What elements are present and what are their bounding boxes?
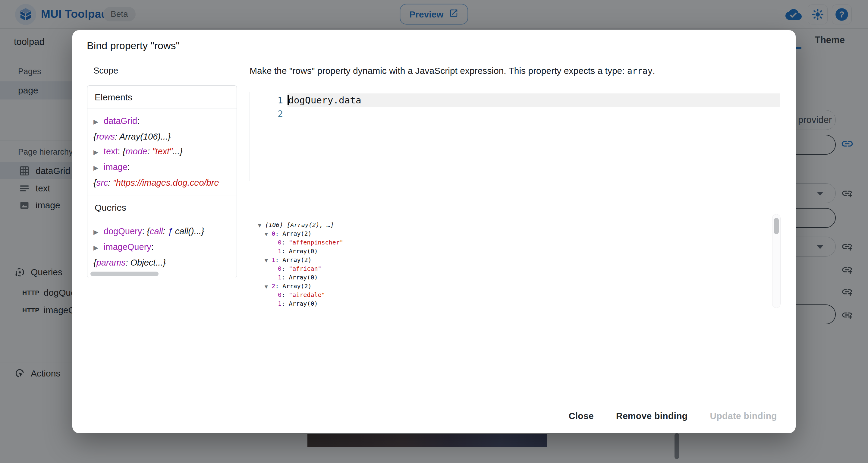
preview-row-0[interactable]: ▼ 0: Array(2): [251, 229, 781, 238]
preview-row-0-1[interactable]: 1: Array(0): [251, 247, 781, 256]
scope-item-imagequery[interactable]: ▶ imageQuery: {params: Object...}: [93, 240, 237, 270]
result-preview-tree: ▼ (106) [Array(2), …] ▼ 0: Array(2) 0: "…: [251, 214, 781, 308]
preview-row-1-1[interactable]: 1: Array(0): [251, 273, 781, 282]
scope-item-dogquery[interactable]: ▶ dogQuery: {call: ƒ call()...}: [93, 224, 237, 240]
preview-root-row[interactable]: ▼ (106) [Array(2), …]: [251, 221, 781, 229]
dialog-description: Make the "rows" property dynamic with a …: [250, 66, 786, 76]
scope-queries-header: Queries: [87, 196, 237, 219]
preview-scrollbar-thumb[interactable]: [774, 218, 779, 234]
description-text: Make the "rows" property dynamic with a …: [250, 66, 627, 76]
preview-vertical-scrollbar: [772, 214, 781, 308]
editor-line-2[interactable]: 2: [250, 107, 780, 121]
preview-row-1[interactable]: ▼ 1: Array(2): [251, 256, 781, 265]
expected-type-token: array: [627, 66, 652, 76]
remove-binding-button[interactable]: Remove binding: [610, 407, 694, 425]
preview-row-2[interactable]: ▼ 2: Array(2): [251, 282, 781, 290]
line-number-2: 2: [250, 107, 283, 121]
scope-label: Scope: [93, 66, 118, 76]
scope-item-text[interactable]: ▶ text: {mode: "text"...}: [93, 144, 237, 160]
scope-browser: Elements ▶ dataGrid: {rows: Array(106)..…: [87, 85, 237, 278]
dialog-title: Bind property "rows": [87, 40, 180, 52]
preview-row-2-0[interactable]: 0: "airedale": [251, 290, 781, 299]
preview-row-2-1[interactable]: 1: Array(0): [251, 299, 781, 308]
line-number-1: 1: [250, 93, 283, 107]
scope-queries-tree: ▶ dogQuery: {call: ƒ call()...} ▶ imageQ…: [87, 219, 237, 276]
scope-elements-header: Elements: [87, 86, 237, 109]
scope-horizontal-scrollbar: [89, 271, 236, 277]
scope-item-image[interactable]: ▶ image: {src: "https://images.dog.ceo/b…: [93, 160, 237, 190]
editor-code-line-1: dogQuery.data: [287, 93, 361, 107]
dialog-actions: Close Remove binding Update binding: [562, 407, 784, 425]
scope-scrollbar-thumb[interactable]: [90, 272, 158, 276]
bind-property-dialog: Bind property "rows" Scope Elements ▶ da…: [72, 30, 796, 433]
description-suffix: .: [652, 66, 655, 76]
preview-row-0-0[interactable]: 0: "affenpinscher": [251, 238, 781, 247]
scope-item-datagrid[interactable]: ▶ dataGrid: {rows: Array(106)...}: [93, 114, 237, 144]
active-line-highlight: [287, 93, 780, 107]
app-root: MUI Toolpad Beta Preview: [0, 0, 868, 463]
editor-line-1[interactable]: 1 dogQuery.data: [250, 93, 780, 107]
expression-editor[interactable]: 1 dogQuery.data 2: [250, 92, 780, 181]
scope-elements-tree: ▶ dataGrid: {rows: Array(106)...} ▶ text…: [87, 109, 237, 196]
close-button[interactable]: Close: [562, 407, 600, 425]
update-binding-button[interactable]: Update binding: [703, 407, 784, 425]
result-preview: ▼ (106) [Array(2), …] ▼ 0: Array(2) 0: "…: [251, 214, 781, 308]
preview-row-1-0[interactable]: 0: "african": [251, 265, 781, 273]
